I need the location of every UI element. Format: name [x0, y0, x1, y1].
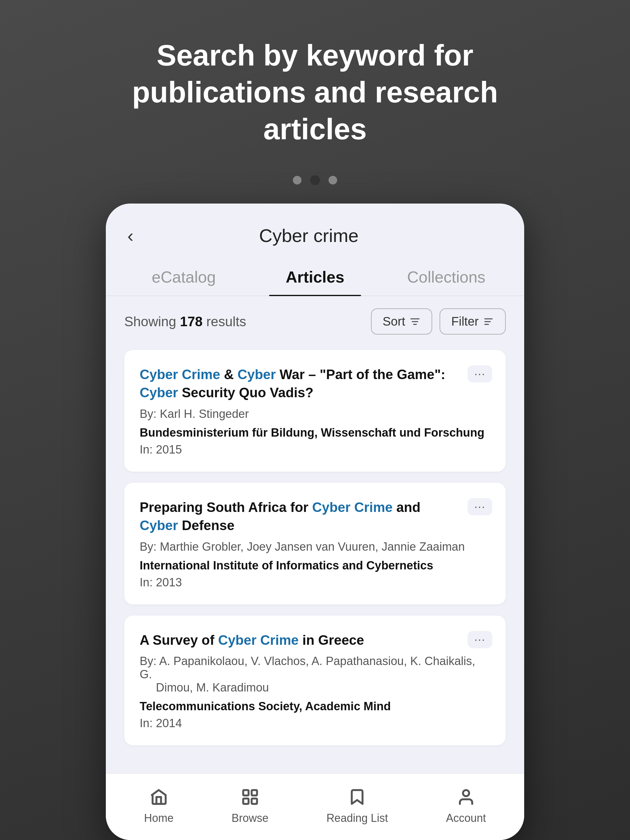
content-area: Showing 178 results Sort Filter: [106, 296, 524, 773]
sort-label: Sort: [383, 314, 405, 328]
filter-icon: [483, 316, 494, 327]
article-author-2: By: Marthie Grobler, Joey Jansen van Vuu…: [140, 540, 490, 553]
nav-home[interactable]: Home: [144, 786, 174, 825]
article-card-1[interactable]: ··· Cyber Crime & Cyber War – "Part of t…: [124, 350, 506, 472]
filter-label: Filter: [451, 314, 479, 328]
action-buttons: Sort Filter: [371, 308, 506, 335]
article-author-3: By: A. Papanikolaou, V. Vlachos, A. Papa…: [140, 655, 490, 694]
account-icon: [455, 786, 477, 808]
tab-collections[interactable]: Collections: [380, 259, 512, 295]
home-icon: [148, 786, 170, 808]
nav-browse[interactable]: Browse: [232, 786, 269, 825]
sort-button[interactable]: Sort: [371, 308, 432, 335]
results-bar: Showing 178 results Sort Filter: [124, 308, 506, 335]
pagination-dots: [293, 175, 337, 185]
article-year-2: In: 2013: [140, 576, 490, 589]
svg-rect-7: [252, 790, 257, 796]
article-publisher-1: Bundesministerium für Bildung, Wissensch…: [140, 426, 490, 439]
more-button-2[interactable]: ···: [468, 498, 492, 515]
sort-icon: [410, 316, 421, 327]
results-prefix: Showing: [124, 314, 180, 329]
article-title-3: A Survey of Cyber Crime in Greece: [140, 631, 490, 649]
results-number: 178: [180, 314, 203, 329]
nav-account[interactable]: Account: [446, 786, 486, 825]
nav-browse-label: Browse: [232, 812, 269, 825]
svg-point-10: [463, 790, 469, 796]
page-headline: Search by keyword for publications and r…: [84, 37, 546, 148]
browse-icon: [239, 786, 261, 808]
more-button-3[interactable]: ···: [468, 631, 492, 648]
nav-reading-list[interactable]: Reading List: [326, 786, 388, 825]
tab-bar: eCatalog Articles Collections: [106, 259, 524, 296]
article-year-1: In: 2015: [140, 443, 490, 456]
device-frame: ‹ Cyber crime eCatalog Articles Collecti…: [106, 204, 524, 840]
tab-articles[interactable]: Articles: [250, 259, 381, 295]
results-count: Showing 178 results: [124, 314, 246, 329]
more-button-1[interactable]: ···: [468, 365, 492, 382]
page-title: Cyber crime: [136, 225, 481, 246]
article-card-3[interactable]: ··· A Survey of Cyber Crime in Greece By…: [124, 616, 506, 745]
nav-home-label: Home: [144, 812, 174, 825]
article-year-3: In: 2014: [140, 717, 490, 730]
filter-button[interactable]: Filter: [440, 308, 506, 335]
svg-rect-9: [252, 799, 257, 804]
dot-1[interactable]: [293, 176, 301, 185]
back-button[interactable]: ‹: [124, 222, 136, 249]
reading-list-icon: [346, 786, 368, 808]
svg-rect-6: [243, 790, 249, 796]
article-author-1: By: Karl H. Stingeder: [140, 407, 490, 421]
dot-2[interactable]: [310, 175, 320, 185]
dot-3[interactable]: [329, 176, 337, 185]
article-title-2: Preparing South Africa for Cyber Crime a…: [140, 498, 490, 535]
results-suffix: results: [203, 314, 246, 329]
tab-ecatalog[interactable]: eCatalog: [118, 259, 250, 295]
nav-account-label: Account: [446, 812, 486, 825]
header: ‹ Cyber crime: [106, 204, 524, 249]
nav-reading-list-label: Reading List: [326, 812, 388, 825]
bottom-nav: Home Browse Reading List Account: [106, 773, 524, 840]
article-publisher-2: International Institute of Informatics a…: [140, 559, 490, 572]
article-title-1: Cyber Crime & Cyber War – "Part of the G…: [140, 365, 490, 402]
svg-rect-8: [243, 799, 249, 804]
article-card-2[interactable]: ··· Preparing South Africa for Cyber Cri…: [124, 483, 506, 605]
article-publisher-3: Telecommunications Society, Academic Min…: [140, 700, 490, 713]
